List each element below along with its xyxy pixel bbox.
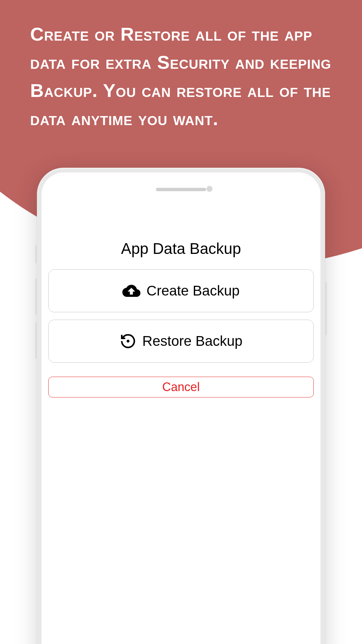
phone-speaker — [156, 188, 206, 191]
cancel-label: Cancel — [162, 380, 200, 394]
restore-backup-button[interactable]: Restore Backup — [48, 320, 314, 363]
phone-frame: App Data Backup Create Backup Restore Ba… — [37, 168, 325, 644]
create-backup-button[interactable]: Create Backup — [48, 269, 314, 312]
dialog-title: App Data Backup — [121, 239, 241, 258]
screen-content: App Data Backup Create Backup Restore Ba… — [42, 172, 320, 644]
phone-side-button — [325, 282, 327, 335]
create-backup-label: Create Backup — [146, 283, 240, 299]
promo-headline: Create or Restore all of the app data fo… — [30, 20, 332, 133]
phone-side-button — [35, 322, 37, 359]
phone-camera — [206, 186, 213, 192]
phone-side-button — [35, 245, 37, 263]
restore-icon — [120, 333, 136, 350]
restore-backup-label: Restore Backup — [142, 333, 243, 349]
phone-side-button — [35, 278, 37, 315]
cancel-button[interactable]: Cancel — [48, 377, 314, 397]
cloud-upload-icon — [122, 282, 140, 300]
svg-point-0 — [126, 340, 129, 342]
